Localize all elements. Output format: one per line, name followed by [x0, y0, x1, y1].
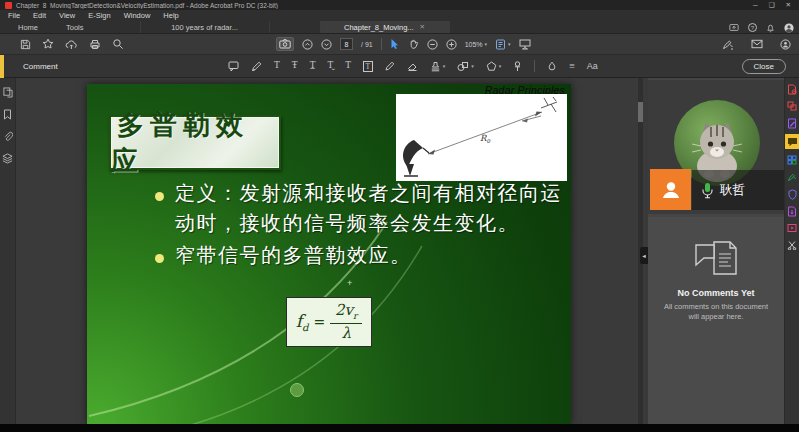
menu-view[interactable]: View: [59, 11, 75, 20]
screen-share-icon[interactable]: [729, 23, 739, 32]
share-person-icon[interactable]: [780, 39, 791, 50]
tab-home[interactable]: Home: [8, 21, 48, 33]
print-icon[interactable]: [89, 39, 101, 50]
sign-pen-icon[interactable]: [722, 39, 734, 50]
help-icon[interactable]: ?: [748, 23, 757, 32]
tab-tools[interactable]: Tools: [56, 21, 94, 33]
acrobat-window: Chapter_8_MovingTargetDetection&Velocity…: [0, 0, 799, 432]
export-pdf-icon[interactable]: [786, 83, 799, 95]
menu-esign[interactable]: E-Sign: [88, 11, 111, 20]
text-properties-icon[interactable]: Aa: [587, 62, 598, 71]
next-page-icon[interactable]: [321, 39, 332, 50]
bullet-dot: [155, 254, 164, 263]
menu-edit[interactable]: Edit: [33, 11, 46, 20]
page-fit-dropdown[interactable]: ▾: [495, 39, 511, 50]
send-email-icon[interactable]: [751, 39, 763, 49]
tab-close-icon[interactable]: ✕: [420, 23, 425, 31]
previous-page-icon[interactable]: [302, 39, 313, 50]
sticky-note-icon[interactable]: [228, 61, 239, 72]
participant-placeholder-tile: [650, 169, 691, 210]
page-thumbnails-icon[interactable]: [3, 87, 13, 98]
comment-accent-bar: [0, 55, 4, 78]
fill-color-icon[interactable]: [547, 61, 557, 72]
tools-rail: [784, 78, 799, 424]
underline-text-icon[interactable]: T̲: [310, 61, 316, 71]
title-bar: Chapter_8_MovingTargetDetection&Velocity…: [0, 0, 799, 10]
no-comments-title: No Comments Yet: [678, 288, 755, 298]
minimize-button[interactable]: ─: [753, 0, 758, 10]
strikethrough-text-icon[interactable]: Ŧ: [292, 61, 298, 71]
tab-document-2[interactable]: Chapter_8_Moving... ✕: [320, 21, 450, 33]
no-comments-subtitle: All comments on this document will appea…: [663, 302, 769, 322]
toolbar-divider: [381, 38, 382, 50]
bullet1-line2: 动时，接收的信号频率会发生变化。: [175, 210, 519, 237]
bookmarks-icon[interactable]: [3, 109, 12, 120]
pin-attachment-icon[interactable]: [513, 61, 522, 72]
cloud-upload-icon[interactable]: [65, 39, 78, 50]
draw-pencil-icon[interactable]: [385, 61, 395, 71]
line-weight-icon[interactable]: ≡: [569, 61, 575, 71]
participant-name: 耿哲: [720, 182, 745, 199]
comment-tool-icon[interactable]: [785, 134, 799, 149]
page-total-label: / 91: [361, 41, 373, 48]
zoom-level-dropdown[interactable]: 105%▾: [465, 41, 487, 48]
compress-pdf-icon[interactable]: [786, 205, 799, 217]
protect-shield-icon[interactable]: [786, 188, 799, 200]
highlight-pen-icon[interactable]: [251, 61, 262, 72]
text-box-icon[interactable]: T: [363, 61, 373, 72]
participant-name-bar: 耿哲: [692, 170, 784, 210]
acrobat-logo-icon: [5, 2, 12, 9]
capture-bottom-edge: [0, 424, 799, 432]
close-comment-button[interactable]: Close: [742, 59, 786, 74]
rich-media-icon[interactable]: [786, 222, 799, 234]
stamp-icon[interactable]: ▾: [430, 61, 446, 72]
menu-window[interactable]: Window: [124, 11, 151, 20]
close-window-button[interactable]: ✕: [786, 0, 791, 10]
zoom-in-icon[interactable]: [446, 39, 457, 50]
eraser-icon[interactable]: [407, 61, 418, 71]
presentation-mode-icon[interactable]: [519, 39, 531, 50]
comment-toolbar: Comment T Ŧ T̲ T̬ T T ▾ ▾ ▾ ≡ Aa Close: [0, 55, 799, 78]
document-pane[interactable]: Radar Principles R0: [16, 78, 648, 424]
account-avatar-icon[interactable]: [784, 23, 794, 33]
scrollbar-thumb[interactable]: [638, 102, 643, 122]
insert-text-icon[interactable]: T̬: [327, 61, 333, 71]
collapse-panel-arrow[interactable]: ◄: [640, 247, 648, 264]
no-comments-icon: [692, 237, 740, 279]
slide-title-box: 多普勒效应: [109, 115, 281, 170]
replace-text-icon[interactable]: T: [345, 61, 351, 71]
menu-help[interactable]: Help: [163, 11, 178, 20]
combine-files-icon[interactable]: [786, 100, 799, 112]
notifications-bell-icon[interactable]: [766, 23, 775, 33]
left-navigation-rail: [0, 78, 16, 424]
search-icon[interactable]: [112, 38, 124, 50]
maximize-button[interactable]: ❑: [769, 0, 775, 10]
star-favorites-icon[interactable]: [42, 38, 54, 50]
shapes-icon[interactable]: ▾: [457, 61, 474, 72]
comment-toolbar-divider: [534, 60, 535, 72]
video-call-overlay: 耿哲: [648, 80, 784, 214]
edit-pdf-icon[interactable]: [786, 117, 799, 129]
zoom-out-icon[interactable]: [427, 39, 438, 50]
organize-pages-icon[interactable]: [786, 154, 799, 166]
doppler-formula: fd = 2vr λ: [286, 297, 372, 347]
add-text-comment-icon[interactable]: T: [274, 61, 280, 71]
save-icon[interactable]: [20, 39, 31, 50]
tab-document-1[interactable]: 100 years of radar...: [140, 21, 270, 33]
crosshair-cursor: +: [347, 278, 352, 288]
select-tool-icon[interactable]: [390, 38, 400, 50]
comments-panel: ◄ No Comments Yet All comments on this d…: [648, 217, 784, 424]
attachments-paperclip-icon[interactable]: [3, 131, 13, 142]
page-number-input[interactable]: 8: [340, 38, 353, 50]
menu-file[interactable]: File: [8, 11, 20, 20]
right-side-panel: 耿哲 ◄ No Comments Yet All comments on thi…: [648, 78, 784, 424]
pdf-slide: Radar Principles R0: [87, 84, 571, 424]
snapshot-tool-icon[interactable]: [276, 37, 294, 51]
menu-bar: File Edit View E-Sign Window Help: [0, 10, 799, 21]
layers-icon[interactable]: [2, 153, 13, 164]
more-tools-icon[interactable]: [786, 239, 799, 251]
polygon-icon[interactable]: ▾: [486, 61, 502, 72]
hand-tool-icon[interactable]: [408, 38, 419, 50]
fill-sign-icon[interactable]: [786, 171, 799, 183]
person-icon: [660, 179, 682, 201]
